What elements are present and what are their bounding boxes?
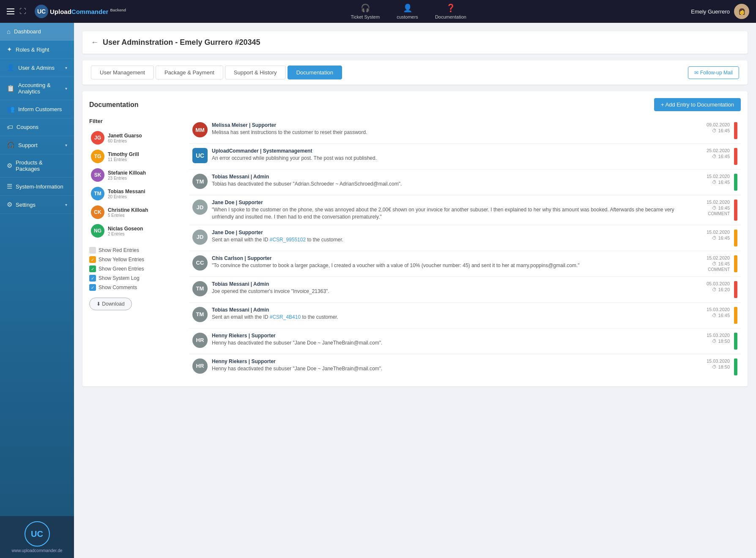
- sidebar-inform-label: Inform Customers: [18, 106, 62, 112]
- sidebar-item-products[interactable]: ⚙ Products & Packages: [0, 154, 74, 178]
- entry-meta: 05.03.2020 ⏱16:20: [696, 281, 730, 292]
- user-name: Emely Guerrero: [691, 8, 730, 15]
- sidebar-item-support[interactable]: 🎧 Support ▾: [0, 136, 74, 154]
- entry-link[interactable]: #CSR_9955102: [270, 237, 306, 243]
- entry-body: Tobias Messani | Admin Sent an email wit…: [212, 307, 692, 321]
- sidebar-products-label: Products & Packages: [16, 159, 67, 172]
- coupons-icon: 🏷: [7, 123, 13, 131]
- main-content: ← User Adminstration - Emely Gurrero #20…: [74, 23, 756, 558]
- entry-meta: 15.02.2020 ⏱16:45: [696, 174, 730, 185]
- table-row: JD Jane Doe | Supporter Sent an email wi…: [189, 225, 741, 251]
- sidebar-item-dashboard[interactable]: ⌂ Dashboard: [0, 23, 74, 41]
- sidebar-item-user-admins[interactable]: 👤 User & Admins ▾: [0, 59, 74, 77]
- entry-date: 15.02.2020: [707, 230, 730, 235]
- filter-check-system-log[interactable]: ✓ Show System Log: [89, 275, 182, 282]
- person-entries: 5 Entries: [108, 213, 148, 218]
- entry-time: ⏱16:45: [712, 180, 730, 185]
- inform-icon: 👥: [7, 105, 15, 113]
- entry-time: ⏱18:50: [712, 339, 730, 344]
- entry-body: Tobias Messani | Admin Tobias has deacti…: [212, 174, 692, 188]
- person-info: Tobias Messani 20 Entries: [108, 189, 145, 199]
- entry-text: Sent an email with the ID #CSR_4B410 to …: [212, 314, 692, 321]
- expand-icon[interactable]: ⛶: [19, 8, 26, 15]
- nav-documentation[interactable]: ❓ Documentation: [435, 3, 466, 19]
- filter-person[interactable]: TM Tobias Messani 20 Entries: [89, 184, 182, 203]
- sidebar-item-settings[interactable]: ⚙ Settings ▾: [0, 196, 74, 214]
- chevron-down-icon: ▾: [65, 66, 67, 70]
- entry-text: Sent an email with the ID #CSR_9955102 t…: [212, 236, 692, 243]
- filter-person[interactable]: JG Janett Guarso 60 Entries: [89, 129, 182, 147]
- sidebar-item-roles[interactable]: ✦ Roles & Right: [0, 41, 74, 59]
- follow-up-mail-button[interactable]: ✉ Follow-up Mail: [688, 66, 739, 79]
- entry-meta: 15.02.2020 ⏱16:45: [696, 230, 730, 241]
- entry-avatar: HR: [192, 333, 208, 348]
- filter-person[interactable]: SK Stefanie Killoah 23 Entries: [89, 166, 182, 184]
- entry-avatar: JD: [192, 200, 208, 215]
- entry-avatar: MM: [192, 122, 208, 137]
- tab-package-payment[interactable]: Package & Payment: [156, 66, 223, 79]
- settings-icon: ⚙: [7, 201, 12, 208]
- back-button[interactable]: ←: [91, 38, 99, 47]
- person-avatar: TM: [91, 187, 104, 200]
- sidebar-item-coupons[interactable]: 🏷 Coupons: [0, 118, 74, 136]
- checkbox-system-log: ✓: [89, 275, 96, 282]
- page-header: ← User Adminstration - Emely Gurrero #20…: [82, 31, 748, 54]
- doc-title: Documentation: [89, 101, 138, 109]
- person-avatar: JG: [91, 131, 104, 145]
- products-icon: ⚙: [7, 162, 12, 170]
- filter-check-comments[interactable]: ✓ Show Comments: [89, 284, 182, 291]
- filter-person[interactable]: CK Christine Killoah 5 Entries: [89, 203, 182, 222]
- person-entries: 60 Entries: [108, 139, 142, 143]
- entry-color-bar: [734, 174, 737, 191]
- table-row: HR Henny Riekers | Supporter Henny has d…: [189, 328, 741, 354]
- entry-body: Henny Riekers | Supporter Henny has deac…: [212, 358, 692, 372]
- roles-icon: ✦: [7, 46, 12, 53]
- filter-check-green[interactable]: ✓ Show Green Entries: [89, 265, 182, 272]
- user-avatar[interactable]: 👩: [734, 4, 749, 19]
- user-icon: 👤: [7, 64, 15, 71]
- logo-icon: UC: [35, 5, 48, 18]
- entry-text: Joe opened the customer's invoice "Invoi…: [212, 288, 692, 295]
- entry-meta: 15.03.2020 ⏱18:50: [696, 358, 730, 369]
- entry-date: 25.02.2020: [707, 148, 730, 153]
- sidebar-website: www.uploadcommander.de: [5, 548, 69, 553]
- person-info: Timothy Grill 11 Entries: [108, 151, 139, 162]
- hamburger-menu[interactable]: [7, 8, 14, 14]
- person-entries: 23 Entries: [108, 176, 146, 181]
- entry-date: 09.02.2020: [707, 122, 730, 127]
- tab-support-history[interactable]: Support & History: [225, 66, 286, 79]
- add-entry-button[interactable]: + Add Entry to Documentation: [654, 98, 741, 111]
- documentation-label: Documentation: [435, 14, 466, 19]
- entry-date: 05.03.2020: [707, 281, 730, 286]
- chevron-down-icon-2: ▾: [65, 86, 67, 91]
- filter-person[interactable]: TG Timothy Grill 11 Entries: [89, 147, 182, 166]
- person-info: Stefanie Killoah 23 Entries: [108, 170, 146, 181]
- sidebar-settings-label: Settings: [16, 202, 36, 208]
- entry-text: "When I spoke to the customer on the pho…: [212, 206, 692, 221]
- entry-author: Melissa Meiser | Supporter: [212, 122, 692, 128]
- filter-persons-container: JG Janett Guarso 60 Entries TG Timothy G…: [89, 129, 182, 240]
- checkbox-red-label: Show Red Entries: [99, 247, 139, 253]
- table-row: TM Tobias Messani | Admin Joe opened the…: [189, 277, 741, 303]
- table-row: UC UploadCommander | Systemmanagement An…: [189, 144, 741, 170]
- filter-person[interactable]: NG Niclas Goseon 2 Entries: [89, 222, 182, 240]
- nav-ticket-system[interactable]: 🎧 Ticket System: [351, 3, 380, 19]
- nav-customers[interactable]: 👤 customers: [397, 3, 418, 19]
- entry-avatar: UC: [192, 148, 208, 163]
- entry-author: Jane Doe | Supporter: [212, 230, 692, 235]
- chevron-down-icon-4: ▾: [65, 202, 67, 207]
- customers-icon: 👤: [403, 3, 412, 13]
- entry-date: 15.02.2020: [707, 200, 730, 205]
- sidebar-item-accounting[interactable]: 📋 Accounting & Analytics ▾: [0, 77, 74, 100]
- entry-link[interactable]: #CSR_4B410: [270, 314, 301, 320]
- filter-check-yellow[interactable]: ✓ Show Yellow Entries: [89, 256, 182, 263]
- filter-check-red[interactable]: Show Red Entries: [89, 247, 182, 254]
- download-button[interactable]: ⬇ Download: [89, 298, 132, 310]
- sidebar-item-system-info[interactable]: ☰ System-Information: [0, 178, 74, 196]
- tab-documentation[interactable]: Documentation: [288, 66, 342, 79]
- logo-backend: Backend: [110, 8, 126, 12]
- sidebar-item-inform-customers[interactable]: 👥 Inform Customers: [0, 100, 74, 118]
- tab-user-management[interactable]: User Management: [91, 66, 154, 79]
- entry-avatar: JD: [192, 230, 208, 245]
- entry-time: ⏱16:45: [712, 128, 730, 133]
